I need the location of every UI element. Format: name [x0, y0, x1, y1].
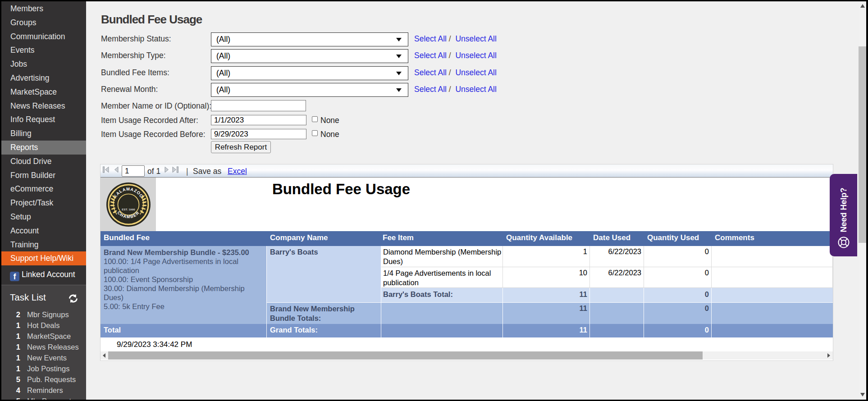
- svg-text:EST. 1990: EST. 1990: [122, 208, 135, 211]
